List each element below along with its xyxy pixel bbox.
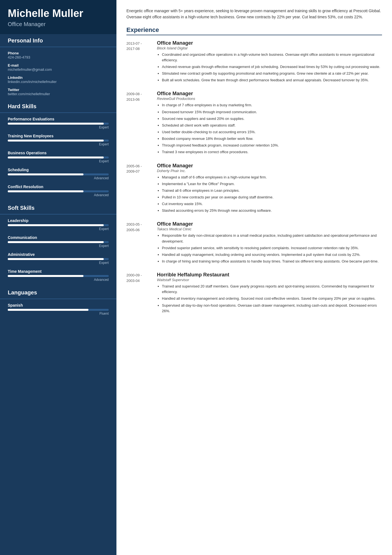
bullet-item: Implemented a "Lean for the Office" Prog…: [162, 181, 382, 187]
skill-name: Performance Evaluations: [8, 117, 109, 121]
exp-bullets: In charge of 7 office employees in a bus…: [157, 102, 382, 155]
exp-details: Office Manager Block Island Digital Coor…: [157, 40, 382, 84]
skill-bar-bg: [8, 190, 109, 192]
experience-heading: Experience: [126, 26, 382, 35]
bullet-item: Handled all inventory management and ord…: [162, 296, 382, 301]
exp-dates: 2000-09 -2003-04: [126, 272, 157, 315]
contact-email: E-mail michellefmuller@gmail.com: [8, 63, 109, 72]
experience-list: 2013-07 -2017-08 Office Manager Block Is…: [126, 40, 382, 315]
summary-text: Energetic office manager with 5+ years e…: [126, 8, 382, 20]
exp-bullets: Responsible for daily non-clinical opera…: [157, 233, 382, 264]
bullet-item: Decreased turnover 15% through improved …: [162, 109, 382, 115]
exp-job-title: Horrible Heffalump Restaurant: [157, 272, 382, 278]
hard-skill-item: Training New Employees Expert: [8, 134, 109, 146]
exp-company: Waitstaff Supervisor: [157, 278, 382, 282]
personal-info-section: Phone 424-260-4793 E-mail michellefmulle…: [0, 47, 116, 96]
exp-company: Takacs Medical Clinic: [157, 227, 382, 231]
contact-phone: Phone 424-260-4793: [8, 51, 109, 59]
exp-bullets: Coordinated and organized office operati…: [157, 52, 382, 83]
language-item: Spanish Fluent: [8, 303, 109, 316]
soft-skills-section: Leadership Expert Communication Expert A…: [0, 215, 116, 282]
bullet-item: Scheduled all client work with operation…: [162, 123, 382, 128]
skill-bar-bg: [8, 123, 109, 125]
bullet-item: In charge of hiring and training temp of…: [162, 259, 382, 264]
contact-twitter-value: twitter.com/michellefmuller: [8, 92, 109, 96]
language-name: Spanish: [8, 303, 109, 307]
experience-entry: 2009-08 -2013-06 Office Manager ReviewGu…: [126, 91, 382, 156]
main-content: Energetic office manager with 5+ years e…: [116, 0, 392, 555]
exp-dates: 2013-07 -2017-08: [126, 40, 157, 84]
skill-level: Fluent: [8, 312, 109, 316]
exp-bullets: Managed a staff of 6 office employees in…: [157, 175, 382, 214]
skill-bar-bg: [8, 275, 109, 277]
hard-skills-section: Performance Evaluations Expert Training …: [0, 113, 116, 197]
exp-details: Office Manager ReviewGull Productions In…: [157, 91, 382, 156]
exp-job-title: Office Manager: [157, 40, 382, 46]
bullet-item: Managed a staff of 6 office employees in…: [162, 175, 382, 180]
skill-bar-fill: [8, 157, 104, 158]
bullet-item: Responsible for daily non-clinical opera…: [162, 233, 382, 244]
skill-bar-fill: [8, 123, 104, 125]
candidate-name: Michelle Muller: [8, 8, 109, 19]
skill-name: Leadership: [8, 218, 109, 223]
bullet-item: Handled all supply management, including…: [162, 252, 382, 258]
bullet-item: Pulled in 10 new contracts per year on a…: [162, 195, 382, 200]
bullet-item: Achieved revenue goals through effective…: [162, 64, 382, 70]
skill-name: Training New Employees: [8, 134, 109, 138]
skill-level: Advanced: [8, 278, 109, 282]
soft-skill-item: Administrative Expert: [8, 252, 109, 265]
hard-skill-item: Performance Evaluations Expert: [8, 117, 109, 129]
resume-container: Michelle Muller Office Manager Personal …: [0, 0, 392, 555]
soft-skill-item: Time Management Advanced: [8, 269, 109, 282]
skill-level: Expert: [8, 261, 109, 265]
skill-bar-fill: [8, 173, 83, 175]
exp-company: Block Island Digital: [157, 46, 382, 50]
bullet-item: Through improved feedback program, incre…: [162, 143, 382, 148]
experience-entry: 2005-06 -2009-07 Office Manager Doherty …: [126, 163, 382, 215]
bullet-item: Provided superior patient service, with …: [162, 245, 382, 251]
bullet-item: Trained and supervised 20 staff members.…: [162, 284, 382, 295]
experience-entry: 2003-05 -2005-06 Office Manager Takacs M…: [126, 221, 382, 265]
skill-bar-fill: [8, 275, 83, 277]
skill-bar-fill: [8, 190, 83, 192]
soft-skill-item: Leadership Expert: [8, 218, 109, 231]
contact-twitter-label: Twitter: [8, 88, 109, 92]
bullet-item: Sourced new suppliers and saved 20% on s…: [162, 116, 382, 122]
skill-bar-bg: [8, 140, 109, 142]
skill-level: Expert: [8, 159, 109, 163]
candidate-title: Office Manager: [8, 21, 109, 27]
languages-section: Spanish Fluent: [0, 299, 116, 316]
skill-bar-bg: [8, 224, 109, 226]
skill-level: Expert: [8, 142, 109, 146]
contact-linkedin: LinkedIn linkedin.com/in/michellefmuller: [8, 75, 109, 84]
skill-level: Expert: [8, 125, 109, 129]
languages-heading: Languages: [0, 286, 116, 299]
contact-email-label: E-mail: [8, 63, 109, 67]
hard-skill-item: Business Operations Expert: [8, 151, 109, 163]
soft-skills-heading: Soft Skills: [0, 201, 116, 215]
bullet-item: Built all work schedules. Grew the team …: [162, 77, 382, 83]
exp-dates: 2005-06 -2009-07: [126, 163, 157, 215]
bullet-item: Coordinated and organized office operati…: [162, 52, 382, 63]
skill-bar-bg: [8, 258, 109, 260]
skill-name: Communication: [8, 235, 109, 240]
experience-entry: 2000-09 -2003-04 Horrible Heffalump Rest…: [126, 272, 382, 315]
skill-name: Conflict Resolution: [8, 185, 109, 189]
exp-company: Doherty Phair Inc.: [157, 169, 382, 173]
bullet-item: Slashed accounting errors by 25% through…: [162, 208, 382, 213]
contact-email-value: michellefmuller@gmail.com: [8, 67, 109, 72]
skill-name: Time Management: [8, 269, 109, 274]
personal-info-heading: Personal Info: [0, 34, 116, 47]
bullet-item: In charge of 7 office employees in a bus…: [162, 102, 382, 108]
soft-skill-item: Communication Expert: [8, 235, 109, 248]
exp-job-title: Office Manager: [157, 163, 382, 169]
bullet-item: Trained all 6 office employees in Lean p…: [162, 188, 382, 193]
bullet-item: Trained 3 new employees in correct offic…: [162, 149, 382, 155]
exp-dates: 2003-05 -2005-06: [126, 221, 157, 265]
contact-linkedin-label: LinkedIn: [8, 75, 109, 80]
bullet-item: Supervised all day-to-day non-food opera…: [162, 303, 382, 314]
exp-details: Office Manager Takacs Medical Clinic Res…: [157, 221, 382, 265]
skill-bar-fill: [8, 241, 104, 243]
exp-dates: 2009-08 -2013-06: [126, 91, 157, 156]
bullet-item: Stimulated new contract growth by suppor…: [162, 71, 382, 76]
